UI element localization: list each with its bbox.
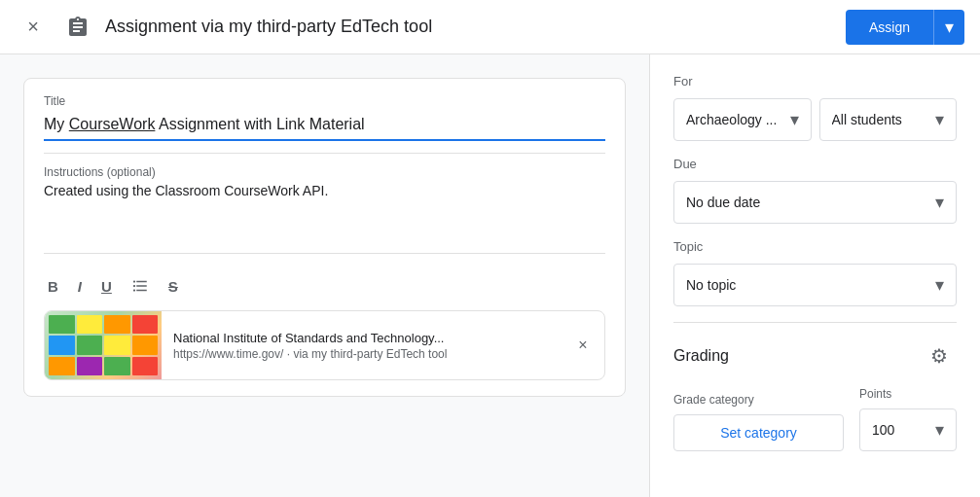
toolbar-divider [44,253,605,254]
topic-select[interactable]: No topic ▾ [673,264,957,306]
points-col: Points 100 ▾ [859,387,957,451]
attachment-info: National Institute of Standards and Tech… [162,323,565,369]
close-icon: × [27,16,39,38]
gear-icon: ⚙ [930,344,948,368]
instructions-field: Instructions (optional) Created using th… [44,165,605,241]
grading-title: Grading [673,347,729,365]
students-select[interactable]: All students ▾ [819,98,958,141]
assignment-icon [62,12,93,43]
topic-value: No topic [686,277,736,293]
attachment-title: National Institute of Standards and Tech… [173,331,554,345]
grading-row: Grade category Set category Points 100 ▾ [673,387,957,451]
assign-dropdown-button[interactable]: ▾ [933,10,964,45]
students-value: All students [832,112,902,127]
title-divider [44,153,605,154]
due-value: No due date [686,195,760,210]
due-label: Due [673,157,957,171]
points-select[interactable]: 100 ▾ [859,408,957,451]
attachment-thumbnail [45,311,162,379]
topbar: × Assignment via my third-party EdTech t… [0,0,980,54]
instructions-label: Instructions (optional) [44,165,605,179]
title-label: Title [44,94,605,108]
attachment-card: National Institute of Standards and Tech… [44,310,605,380]
bold-button[interactable]: B [44,274,62,299]
assignment-card: Title My CourseWork Assignment with Link… [23,78,626,397]
sidebar: For Archaeology ... ▾ All students ▾ Due… [649,54,980,497]
for-label: For [673,74,957,89]
class-dropdown-icon: ▾ [790,109,799,130]
due-select[interactable]: No due date ▾ [673,181,957,224]
title-value: My CourseWork Assignment with Link Mater… [44,112,605,141]
points-label: Points [859,387,957,401]
due-row: No due date ▾ [673,181,957,224]
grade-category-label: Grade category [673,393,844,407]
points-value: 100 [872,422,894,438]
close-button[interactable]: × [16,10,51,45]
grading-divider [673,322,957,323]
due-dropdown-icon: ▾ [935,192,944,213]
main-layout: Title My CourseWork Assignment with Link… [0,54,980,497]
class-select[interactable]: Archaeology ... ▾ [673,98,812,141]
topic-dropdown-icon: ▾ [935,274,944,296]
list-button[interactable] [127,273,153,299]
topic-row: No topic ▾ [673,264,957,306]
left-panel: Title My CourseWork Assignment with Link… [0,54,649,497]
instructions-value[interactable]: Created using the Classroom CourseWork A… [44,183,605,241]
points-dropdown-icon: ▾ [935,419,944,441]
page-title: Assignment via my third-party EdTech too… [105,17,834,37]
strikethrough-button[interactable]: S [164,274,182,299]
for-row: Archaeology ... ▾ All students ▾ [673,98,957,141]
italic-button[interactable]: I [74,274,86,299]
assign-group: Assign ▾ [846,10,964,45]
grading-settings-button[interactable]: ⚙ [922,338,957,373]
underline-button[interactable]: U [97,274,116,299]
students-dropdown-icon: ▾ [935,109,944,130]
set-category-button[interactable]: Set category [673,414,844,451]
assign-button[interactable]: Assign [846,10,933,45]
topic-label: Topic [673,239,957,254]
title-field: Title My CourseWork Assignment with Link… [44,94,605,141]
chevron-down-icon: ▾ [945,17,954,38]
formatting-toolbar: B I U S [44,266,605,299]
grade-category-col: Grade category Set category [673,393,844,451]
attachment-url: https://www.time.gov/ · via my third-par… [173,347,554,361]
grading-header: Grading ⚙ [673,338,957,373]
class-value: Archaeology ... [686,112,777,127]
attachment-remove-button[interactable]: × [565,328,600,363]
